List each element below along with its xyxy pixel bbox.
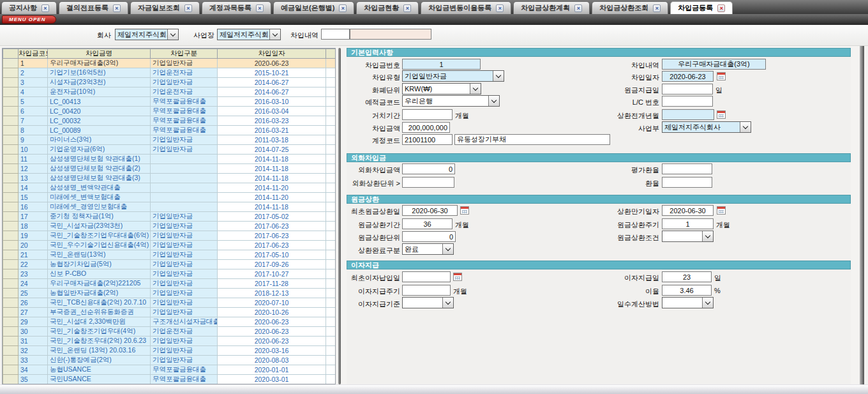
loan-code-cell[interactable]: 6 <box>19 107 48 116</box>
loan-type-cell[interactable] <box>151 174 218 183</box>
loan-name-cell[interactable]: 신보 P-CBO <box>48 269 151 279</box>
rate-input[interactable]: 3.46 <box>662 285 712 296</box>
calendar-icon[interactable] <box>717 110 726 119</box>
loan-type-cell[interactable]: 기업일반자금 <box>151 145 218 155</box>
principal-pay-day-input[interactable] <box>662 84 713 95</box>
loan-type-cell[interactable]: 기업운전자금 <box>151 87 218 97</box>
table-row[interactable]: 9마이너스(3억)기업일반자금2011-03-18 <box>3 135 336 145</box>
table-row[interactable]: 32국민_온랜딩 (13억) 20.03.16기업일반자금2020-03-16 <box>3 346 336 356</box>
loan-name-cell[interactable]: 삼성생명_변액약관대출 <box>48 183 151 193</box>
row-selector[interactable] <box>3 231 19 241</box>
row-selector[interactable] <box>3 250 19 260</box>
row-selector[interactable] <box>3 183 19 193</box>
loan-date-cell[interactable]: 2014-11-20 <box>218 193 326 202</box>
table-scrollbar[interactable] <box>338 48 341 384</box>
loan-code-cell[interactable]: 24 <box>19 279 48 289</box>
loan-name-cell[interactable]: 국민_기술창조우대(2억) 20.6.23 <box>48 337 151 346</box>
row-selector[interactable] <box>3 260 19 269</box>
row-selector[interactable] <box>3 59 19 68</box>
loan-date-cell[interactable]: 2016-03-21 <box>218 126 326 135</box>
loan-name-cell[interactable]: 국민_시설대 2,330백만원 <box>48 317 151 327</box>
loan-type-cell[interactable]: 기업일반자금 <box>151 298 218 308</box>
loan-name-cell[interactable]: 시설자금(23억3천) <box>48 78 151 87</box>
calendar-icon[interactable] <box>460 206 469 215</box>
row-selector[interactable] <box>3 375 19 384</box>
table-row[interactable]: 16미래에셋_경영인보험대출2014-11-18 <box>3 202 336 212</box>
row-selector[interactable] <box>3 308 19 317</box>
table-row[interactable]: 18국민_시설자금(23억3천)기업일반자금2017-06-23 <box>3 222 336 231</box>
loan-date-cell[interactable]: 2014-11-18 <box>218 155 326 164</box>
loan-type-cell[interactable]: 기업일반자금 <box>151 241 218 250</box>
tab-예금일보(은행별)[interactable]: 예금일보(은행별)× <box>273 1 354 14</box>
loan-type-cell[interactable]: 무역포괄금융대출 <box>151 126 218 135</box>
complete-flag-select[interactable]: 완료 <box>402 243 454 255</box>
eval-rate-input[interactable] <box>662 163 712 174</box>
row-selector[interactable] <box>3 317 19 327</box>
table-row[interactable]: 24우리구매자금대출(2억)221205기업일반자금2017-11-28 <box>3 279 336 289</box>
first-int-date-input[interactable] <box>402 271 451 282</box>
table-row[interactable]: 1우리구매자금대출(3억)기업일반자금2020-06-23 <box>3 59 336 68</box>
row-selector[interactable] <box>3 87 19 97</box>
table-row[interactable]: 22농협장기차입금(5억)기업일반자금2017-09-26 <box>3 260 336 269</box>
loan-code-cell[interactable]: 30 <box>19 327 48 337</box>
col-header-loan-name[interactable]: 차입금명 <box>48 49 151 59</box>
loan-date-cell[interactable]: 2020-06-23 <box>218 59 326 68</box>
loan-amount-input[interactable]: 200,000,000 <box>402 122 450 133</box>
loan-type-cell[interactable] <box>151 193 218 202</box>
table-row[interactable]: 29국민_시설대 2,330백만원구조개선시설자금대출2020-06-23 <box>3 317 336 327</box>
tab-공지사항[interactable]: 공지사항× <box>1 1 57 14</box>
loan-date-cell[interactable]: 2018-12-13 <box>218 289 326 298</box>
table-row[interactable]: 26국민_TCB신용대출(2억) 20.7.10기업일반자금2020-07-10 <box>3 298 336 308</box>
loan-type-cell[interactable] <box>151 202 218 212</box>
table-row[interactable]: 10기업운영자금(6억)기업일반자금2014-07-25 <box>3 145 336 155</box>
loan-date-cell[interactable]: 2014-11-18 <box>218 202 326 212</box>
loan-date-cell[interactable]: 2016-03-04 <box>218 107 326 116</box>
fx-repay-unit-input[interactable] <box>402 177 454 188</box>
menu-open-button[interactable]: MENU OPEN <box>2 15 56 24</box>
loan-code-cell[interactable]: 9 <box>19 135 48 145</box>
loan-code-cell[interactable]: 3 <box>19 78 48 87</box>
repay-cond-select[interactable] <box>662 231 714 242</box>
loan-name-cell[interactable]: LC_00032 <box>48 116 151 126</box>
loan-date-cell[interactable]: 2017-05-02 <box>218 212 326 222</box>
loan-type-cell[interactable]: 기업일반자금 <box>151 231 218 241</box>
loan-name-cell[interactable]: 마이너스(3억) <box>48 135 151 145</box>
loan-type-cell[interactable]: 기업일반자금 <box>151 78 218 87</box>
loan-date-cell[interactable]: 2017-09-26 <box>218 260 326 269</box>
day-count-select[interactable] <box>662 297 714 308</box>
loan-date-cell[interactable]: 2016-03-23 <box>218 116 326 126</box>
loan-type-cell[interactable]: 기업일반자금 <box>151 250 218 260</box>
tab-차입금현황[interactable]: 차입금현황× <box>356 1 419 14</box>
tab-close-icon[interactable]: × <box>496 4 504 12</box>
calendar-icon[interactable] <box>453 273 462 281</box>
row-selector[interactable] <box>3 356 19 365</box>
loan-name-cell[interactable]: 삼성생명단체보험 약관대출(1) <box>48 155 151 164</box>
tab-close-icon[interactable]: × <box>574 4 582 12</box>
loan-code-cell[interactable]: 23 <box>19 269 48 279</box>
company-select[interactable]: 제일저지주식회사 <box>115 29 179 40</box>
row-selector[interactable] <box>3 164 19 174</box>
loan-desc-input[interactable]: 우리구매자금대출(3억) <box>662 59 766 70</box>
row-selector[interactable] <box>3 202 19 212</box>
loan-code-cell[interactable]: 25 <box>19 289 48 298</box>
loan-name-cell[interactable]: 농협일반자금대출(2억) <box>48 289 151 298</box>
loan-date-cell[interactable]: 2017-06-23 <box>218 231 326 241</box>
loan-type-cell[interactable]: 기업일반자금 <box>151 289 218 298</box>
table-row[interactable]: 34농협USANCE무역포괄금융대출2020-01-01 <box>3 365 336 375</box>
row-selector[interactable] <box>3 269 19 279</box>
loan-type-cell[interactable]: 무역포괄금융대출 <box>151 97 218 107</box>
calendar-icon[interactable] <box>717 206 726 215</box>
row-selector[interactable] <box>3 116 19 126</box>
loan-date-cell[interactable]: 2020-03-16 <box>218 346 326 356</box>
tab-close-icon[interactable]: × <box>256 4 264 12</box>
loan-date-cell[interactable]: 2014-06-27 <box>218 78 326 87</box>
loan-date-cell[interactable]: 2017-10-27 <box>218 269 326 279</box>
loan-type-cell[interactable]: 무역포괄금융대출 <box>151 375 218 384</box>
loan-date-cell[interactable]: 2014-11-20 <box>218 183 326 193</box>
loan-date-cell[interactable]: 2015-10-21 <box>218 68 326 78</box>
loan-code-cell[interactable]: 19 <box>19 231 48 241</box>
loan-name-cell[interactable]: 기업운영자금(6억) <box>48 145 151 155</box>
int-cycle-input[interactable] <box>402 285 451 296</box>
loan-name-cell[interactable]: 국민_기술창조기업우대(4억) <box>48 327 151 337</box>
account-code-input[interactable]: 21001100 <box>402 134 453 145</box>
